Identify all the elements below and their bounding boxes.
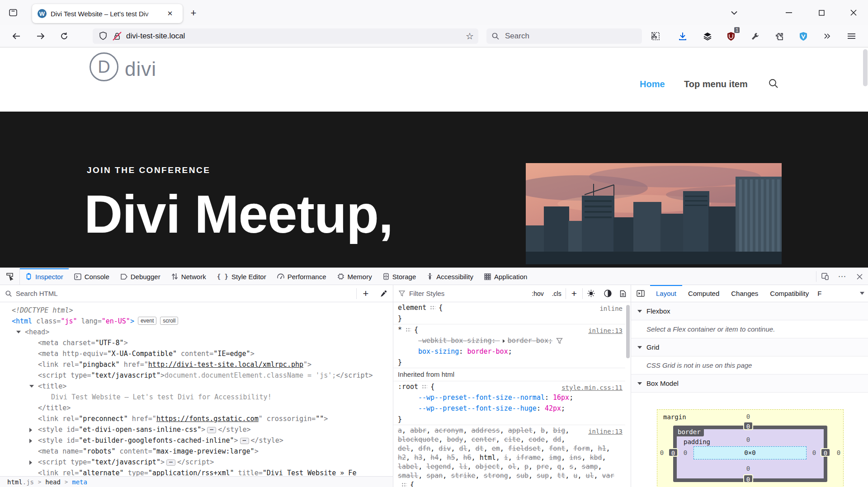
devtools-tab-debugger[interactable]: Debugger: [115, 268, 166, 285]
back-button[interactable]: [9, 29, 23, 43]
url-text[interactable]: divi-test-site.local: [126, 32, 466, 41]
markup-line[interactable]: <!DOCTYPE html>: [0, 305, 393, 316]
markup-line[interactable]: </title>: [0, 403, 393, 413]
class-panel-toggle[interactable]: .cls: [548, 290, 566, 297]
light-scheme-simulation-icon[interactable]: [583, 290, 599, 297]
markup-line[interactable]: <script type="text/javascript">document.…: [0, 370, 393, 381]
search-bar[interactable]: Search: [486, 28, 642, 44]
margin-right-value[interactable]: 0: [834, 449, 843, 456]
firefox-view-icon[interactable]: [6, 6, 20, 19]
selector-highlighter-icon[interactable]: [406, 327, 411, 332]
devtools-tab-performance[interactable]: Performance: [272, 268, 332, 285]
sidebar-tab-overflow[interactable]: F: [815, 285, 826, 302]
box-model-diagram[interactable]: margin 0 border padding 0 0 0×0 0 0 0 0 …: [657, 409, 844, 487]
eyedropper-icon[interactable]: [375, 285, 393, 302]
markup-line[interactable]: <style id="et-builder-googlefonts-cached…: [0, 435, 393, 446]
devtools-tab-accessibility[interactable]: Accessibility: [421, 268, 479, 285]
markup-search-bar[interactable]: Search HTML +: [0, 285, 393, 302]
border-right-value[interactable]: 0: [821, 448, 830, 457]
css-declaration[interactable]: -webkit-box-sizing: border-box;: [398, 335, 623, 346]
hamburger-menu-icon[interactable]: [844, 29, 858, 43]
rule-source-link[interactable]: style.min.css:11: [561, 382, 623, 393]
selector-highlighter-icon[interactable]: [430, 305, 435, 310]
breadcrumb-item-meta[interactable]: meta: [72, 478, 87, 486]
site-nav-home[interactable]: Home: [640, 79, 665, 89]
reload-button[interactable]: [57, 29, 71, 43]
markup-line[interactable]: Divi Test Website – Let's test Divi for …: [0, 392, 393, 403]
markup-line[interactable]: <link rel="alternate" type="application/…: [0, 468, 393, 476]
box-model-section-header[interactable]: Box Model: [631, 375, 868, 393]
window-close-button[interactable]: [847, 6, 860, 19]
scroll-badge[interactable]: scroll: [160, 317, 178, 325]
pseudo-class-panel-toggle[interactable]: :hov: [528, 290, 547, 297]
devtools-tab-console[interactable]: Console: [69, 268, 115, 285]
devtools-tab-network[interactable]: Network: [166, 268, 212, 285]
markup-line[interactable]: <meta charset="UTF-8">: [0, 337, 393, 348]
rule-source-link[interactable]: inline:13: [588, 427, 623, 436]
responsive-design-mode-icon[interactable]: [816, 268, 834, 285]
markup-line[interactable]: <meta http-equiv="X-UA-Compatible" conte…: [0, 348, 393, 359]
markup-line[interactable]: <html class="js" lang="en-US">eventscrol…: [0, 316, 393, 327]
markup-line[interactable]: <meta name="robots" content="max-image-p…: [0, 446, 393, 457]
sidebar-tab-computed[interactable]: Computed: [682, 285, 725, 302]
address-bar[interactable]: divi-test-site.local ☆: [93, 28, 478, 44]
site-search-icon[interactable]: [769, 79, 778, 89]
expand-arrow-icon[interactable]: [29, 460, 32, 465]
extensions-puzzle-icon[interactable]: [772, 29, 786, 43]
css-declaration[interactable]: box-sizing: border-box;: [398, 346, 623, 357]
sidebar-dock-icon[interactable]: [631, 285, 650, 302]
rule-source-link[interactable]: inline:13: [588, 325, 623, 336]
css-rule[interactable]: inline:13a, abbr, acronym, address, appl…: [393, 425, 625, 487]
layers-extension-icon[interactable]: [701, 29, 714, 43]
markup-line[interactable]: <link rel="preconnect" href="https://fon…: [0, 413, 393, 424]
devtools-tab-application[interactable]: Application: [479, 268, 533, 285]
padding-right-value[interactable]: 0: [810, 449, 819, 456]
forward-button[interactable]: [34, 29, 47, 43]
padding-top-value[interactable]: 0: [744, 436, 753, 443]
markup-line[interactable]: <title>: [0, 381, 393, 392]
margin-left-value[interactable]: 0: [657, 449, 666, 456]
downloads-icon[interactable]: [676, 29, 689, 43]
window-minimize-button[interactable]: [782, 6, 796, 19]
tab-close-icon[interactable]: ✕: [165, 8, 175, 19]
devtools-tab-memory[interactable]: Memory: [332, 268, 377, 285]
css-declaration[interactable]: --wp--preset--font-size--normal: 16px;: [398, 392, 623, 403]
insecure-lock-icon[interactable]: [113, 32, 121, 41]
expand-arrow-icon[interactable]: [29, 428, 32, 432]
overflow-chevron-icon[interactable]: [821, 29, 834, 43]
add-node-button[interactable]: +: [357, 285, 375, 302]
pick-element-icon[interactable]: [0, 268, 20, 285]
css-declaration[interactable]: --wp--preset--font-size--huge: 42px;: [398, 403, 623, 414]
sidebar-tab-compatibility[interactable]: Compatibility: [764, 285, 815, 302]
filter-styles-bar[interactable]: Filter Styles :hov .cls +: [393, 285, 631, 302]
developer-wrench-icon[interactable]: [748, 29, 762, 43]
window-maximize-button[interactable]: [815, 6, 828, 19]
border-bottom-value[interactable]: 0: [743, 474, 753, 483]
sidebar-tab-changes[interactable]: Changes: [725, 285, 764, 302]
selector-highlighter-icon[interactable]: [422, 384, 427, 389]
box-model-content-box[interactable]: 0×0: [693, 446, 807, 459]
flexbox-section-header[interactable]: Flexbox: [631, 302, 868, 320]
tracking-shield-icon[interactable]: [99, 32, 107, 41]
margin-top-value[interactable]: 0: [744, 413, 753, 420]
list-tabs-chevron-icon[interactable]: [727, 6, 741, 19]
screenshot-tool-icon[interactable]: [649, 29, 662, 43]
css-rule[interactable]: inlineelement{}: [393, 302, 625, 324]
markup-line[interactable]: <script type="text/javascript">⋯</script…: [0, 457, 393, 468]
expand-inline-icon[interactable]: ⋯: [240, 438, 249, 444]
css-rule[interactable]: style.min.css:11:root{--wp--preset--font…: [393, 381, 625, 425]
print-simulation-icon[interactable]: [616, 290, 631, 297]
rules-scrollbar-thumb[interactable]: [626, 305, 630, 358]
devtools-tab-inspector[interactable]: Inspector: [20, 268, 69, 285]
divi-logo-icon[interactable]: D: [90, 52, 118, 81]
page-scrollbar-thumb[interactable]: [863, 49, 868, 86]
vpn-shield-icon[interactable]: [797, 29, 810, 43]
breadcrumb-item-head[interactable]: head: [45, 478, 61, 486]
border-left-value[interactable]: 0: [668, 448, 678, 457]
padding-left-value[interactable]: 0: [681, 449, 690, 456]
divi-logo-word[interactable]: divi: [125, 58, 156, 80]
css-rule[interactable]: inline:13*{-webkit-box-sizing: border-bo…: [393, 324, 625, 368]
devtools-tab-style-editor[interactable]: { } Style Editor: [212, 268, 272, 285]
expand-inline-icon[interactable]: ⋯: [166, 459, 175, 466]
markup-line[interactable]: <head>: [0, 327, 393, 337]
